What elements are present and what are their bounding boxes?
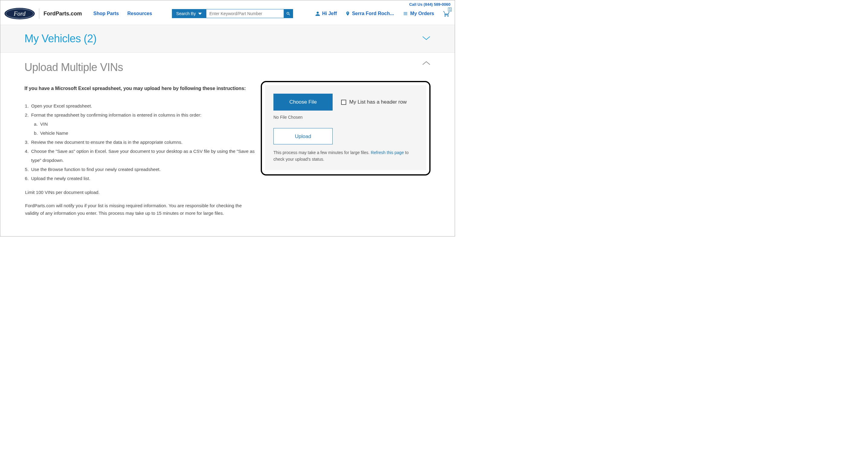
brand-name[interactable]: FordParts.com <box>43 10 82 17</box>
footer-note: FordParts.com will notify you if your li… <box>25 202 255 217</box>
upload-frame-highlight: Choose File My List has a header row No … <box>261 81 431 175</box>
list-item: Choose the "Save as" option in Excel. Sa… <box>30 147 255 165</box>
search-by-dropdown[interactable]: Search By <box>172 9 206 18</box>
collapse-section[interactable] <box>422 61 431 66</box>
header-row-checkbox[interactable] <box>341 100 346 105</box>
greeting-link[interactable]: Hi Jeff <box>315 11 337 17</box>
user-icon <box>315 11 320 17</box>
upload-intro: If you have a Microsoft Excel spreadshee… <box>25 86 255 91</box>
search-by-label: Search By <box>176 11 196 16</box>
call-us-link[interactable]: Call Us (844) 589-0060 <box>409 2 451 7</box>
greeting-text: Hi Jeff <box>322 11 337 16</box>
upload-hint-prefix: This process may take a few minutes for … <box>273 150 371 155</box>
list-item: Upload the newly created list. <box>30 174 255 183</box>
logo-divider <box>39 8 39 19</box>
sub-list: VIN Vehicle Name <box>31 120 255 138</box>
my-orders-link[interactable]: My Orders <box>402 11 434 16</box>
search-icon <box>286 11 291 16</box>
no-file-text: No File Chosen <box>273 115 418 120</box>
search-button[interactable] <box>284 9 293 18</box>
chevron-up-icon <box>422 61 431 65</box>
search-group: Search By <box>172 9 293 18</box>
choose-file-button[interactable]: Choose File <box>273 94 333 110</box>
list-item: Vehicle Name <box>39 129 255 138</box>
expand-my-vehicles[interactable] <box>422 36 431 41</box>
cart-link[interactable]: 1 <box>443 10 451 17</box>
chevron-down-icon <box>422 36 431 40</box>
location-icon <box>345 10 350 17</box>
section-title: Upload Multiple VINs <box>25 61 123 74</box>
upload-hint: This process may take a few minutes for … <box>273 149 418 163</box>
header-row-checkbox-group: My List has a header row <box>341 99 407 105</box>
header-right: Hi Jeff Serra Ford Roch... My Orders 1 <box>315 10 451 17</box>
list-item: Open your Excel spreadsheet. <box>30 101 255 110</box>
my-vehicles-band: My Vehicles (2) <box>0 25 455 53</box>
list-item: VIN <box>39 120 255 129</box>
chevron-down-icon <box>198 13 202 15</box>
ford-logo-text: Ford <box>6 9 34 19</box>
dealer-text: Serra Ford Roch... <box>352 11 394 16</box>
list-item: Review the new document to ensure the da… <box>30 138 255 147</box>
my-orders-text: My Orders <box>410 11 434 16</box>
upload-button[interactable]: Upload <box>273 128 333 144</box>
upload-box: Choose File My List has a header row No … <box>265 85 426 170</box>
header-row-label: My List has a header row <box>349 99 407 105</box>
list-item-text: Format the spreadsheet by confirming inf… <box>31 112 202 118</box>
instruction-list: Open your Excel spreadsheet. Format the … <box>25 101 255 183</box>
nav-shop-parts[interactable]: Shop Parts <box>93 11 119 16</box>
nav-resources[interactable]: Resources <box>127 11 152 16</box>
ford-logo[interactable]: Ford <box>4 8 35 19</box>
primary-nav: Shop Parts Resources <box>93 11 152 16</box>
list-icon <box>402 11 408 16</box>
my-vehicles-title: My Vehicles (2) <box>25 32 97 45</box>
refresh-page-link[interactable]: Refresh this page <box>371 150 404 155</box>
limit-text: Limit 100 VINs per document upload. <box>25 189 255 196</box>
search-input[interactable] <box>206 9 284 18</box>
logo-group: Ford FordParts.com <box>4 8 82 19</box>
list-item: Use the Browse function to find your new… <box>30 165 255 174</box>
list-item: Format the spreadsheet by confirming inf… <box>30 110 255 138</box>
site-header: Ford FordParts.com Shop Parts Resources … <box>0 7 455 25</box>
cart-badge: 1 <box>448 7 452 11</box>
dealer-link[interactable]: Serra Ford Roch... <box>345 10 394 17</box>
